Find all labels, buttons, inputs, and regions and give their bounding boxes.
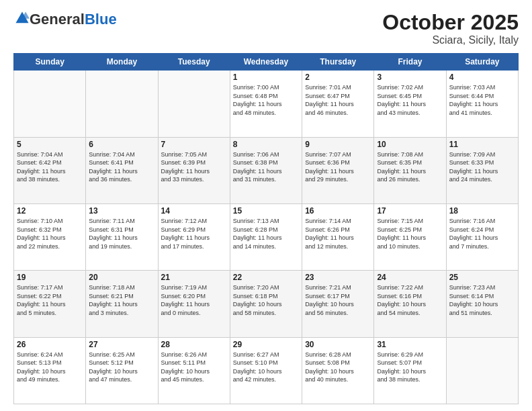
day-info: Sunrise: 7:04 AM Sunset: 6:42 PM Dayligh… (17, 150, 83, 184)
day-number: 22 (233, 273, 299, 282)
day-number: 9 (305, 140, 371, 149)
day-number: 4 (449, 73, 515, 82)
day-number: 5 (17, 140, 83, 149)
calendar-week-row: 12Sunrise: 7:10 AM Sunset: 6:32 PM Dayli… (14, 203, 519, 270)
col-friday: Friday (374, 54, 446, 71)
day-number: 11 (449, 140, 515, 149)
day-number: 2 (305, 73, 371, 82)
day-number: 15 (233, 206, 299, 216)
day-info: Sunrise: 7:19 AM Sunset: 6:20 PM Dayligh… (161, 283, 227, 317)
day-info: Sunrise: 7:17 AM Sunset: 6:22 PM Dayligh… (17, 283, 83, 317)
day-number: 1 (233, 73, 299, 82)
table-row: 25Sunrise: 7:23 AM Sunset: 6:14 PM Dayli… (446, 271, 518, 337)
table-row: 29Sunrise: 6:27 AM Sunset: 5:10 PM Dayli… (230, 337, 302, 404)
month-title: October 2025 (382, 11, 519, 34)
day-info: Sunrise: 6:27 AM Sunset: 5:10 PM Dayligh… (233, 351, 299, 384)
table-row: 31Sunrise: 6:29 AM Sunset: 5:07 PM Dayli… (374, 337, 446, 404)
table-row: 6Sunrise: 7:04 AM Sunset: 6:41 PM Daylig… (86, 137, 158, 203)
day-info: Sunrise: 7:03 AM Sunset: 6:44 PM Dayligh… (449, 83, 515, 117)
day-number: 20 (89, 273, 154, 282)
day-number: 23 (305, 273, 371, 282)
table-row: 1Sunrise: 7:00 AM Sunset: 6:48 PM Daylig… (230, 71, 302, 137)
table-row: 4Sunrise: 7:03 AM Sunset: 6:44 PM Daylig… (446, 71, 518, 137)
day-number: 7 (161, 140, 227, 149)
day-number: 30 (305, 340, 371, 349)
day-info: Sunrise: 7:20 AM Sunset: 6:18 PM Dayligh… (233, 283, 299, 317)
day-info: Sunrise: 6:28 AM Sunset: 5:08 PM Dayligh… (305, 351, 371, 384)
table-row: 3Sunrise: 7:02 AM Sunset: 6:45 PM Daylig… (374, 71, 446, 137)
table-row: 12Sunrise: 7:10 AM Sunset: 6:32 PM Dayli… (14, 203, 86, 270)
table-row: 23Sunrise: 7:21 AM Sunset: 6:17 PM Dayli… (302, 271, 374, 337)
day-info: Sunrise: 7:22 AM Sunset: 6:16 PM Dayligh… (377, 283, 443, 317)
day-info: Sunrise: 7:10 AM Sunset: 6:32 PM Dayligh… (17, 217, 83, 250)
day-number: 31 (377, 340, 443, 349)
calendar-week-row: 1Sunrise: 7:00 AM Sunset: 6:48 PM Daylig… (14, 71, 519, 137)
table-row (446, 337, 518, 404)
logo: GeneralBlue (13, 11, 117, 28)
table-row: 30Sunrise: 6:28 AM Sunset: 5:08 PM Dayli… (302, 337, 374, 404)
day-info: Sunrise: 7:18 AM Sunset: 6:21 PM Dayligh… (89, 283, 154, 317)
table-row: 7Sunrise: 7:05 AM Sunset: 6:39 PM Daylig… (158, 137, 230, 203)
day-number: 10 (377, 140, 443, 149)
logo-general: General (30, 11, 85, 28)
day-number: 16 (305, 206, 371, 216)
calendar-week-row: 26Sunrise: 6:24 AM Sunset: 5:13 PM Dayli… (14, 337, 519, 404)
day-info: Sunrise: 7:02 AM Sunset: 6:45 PM Dayligh… (377, 83, 443, 117)
day-number: 25 (449, 273, 515, 282)
table-row: 8Sunrise: 7:06 AM Sunset: 6:38 PM Daylig… (230, 137, 302, 203)
calendar-body: 1Sunrise: 7:00 AM Sunset: 6:48 PM Daylig… (14, 71, 519, 404)
table-row: 22Sunrise: 7:20 AM Sunset: 6:18 PM Dayli… (230, 271, 302, 337)
day-info: Sunrise: 6:24 AM Sunset: 5:13 PM Dayligh… (17, 351, 83, 384)
calendar: Sunday Monday Tuesday Wednesday Thursday… (13, 53, 519, 404)
table-row: 10Sunrise: 7:08 AM Sunset: 6:35 PM Dayli… (374, 137, 446, 203)
calendar-header-row: Sunday Monday Tuesday Wednesday Thursday… (14, 54, 519, 71)
day-info: Sunrise: 7:09 AM Sunset: 6:33 PM Dayligh… (449, 150, 515, 184)
location-title: Sciara, Sicily, Italy (382, 34, 519, 46)
day-info: Sunrise: 7:14 AM Sunset: 6:26 PM Dayligh… (305, 217, 371, 250)
col-wednesday: Wednesday (230, 54, 302, 71)
day-number: 29 (233, 340, 299, 349)
day-info: Sunrise: 6:25 AM Sunset: 5:12 PM Dayligh… (89, 351, 154, 384)
day-info: Sunrise: 7:23 AM Sunset: 6:14 PM Dayligh… (449, 283, 515, 317)
day-number: 19 (17, 273, 83, 282)
day-number: 24 (377, 273, 443, 282)
logo-text: GeneralBlue (30, 12, 117, 27)
day-info: Sunrise: 7:15 AM Sunset: 6:25 PM Dayligh… (377, 217, 443, 250)
table-row: 13Sunrise: 7:11 AM Sunset: 6:31 PM Dayli… (86, 203, 158, 270)
day-number: 18 (449, 206, 515, 216)
day-info: Sunrise: 7:13 AM Sunset: 6:28 PM Dayligh… (233, 217, 299, 250)
calendar-week-row: 5Sunrise: 7:04 AM Sunset: 6:42 PM Daylig… (14, 137, 519, 203)
table-row: 21Sunrise: 7:19 AM Sunset: 6:20 PM Dayli… (158, 271, 230, 337)
col-monday: Monday (86, 54, 158, 71)
table-row: 14Sunrise: 7:12 AM Sunset: 6:29 PM Dayli… (158, 203, 230, 270)
day-number: 26 (17, 340, 83, 349)
day-info: Sunrise: 7:16 AM Sunset: 6:24 PM Dayligh… (449, 217, 515, 250)
table-row: 18Sunrise: 7:16 AM Sunset: 6:24 PM Dayli… (446, 203, 518, 270)
table-row: 17Sunrise: 7:15 AM Sunset: 6:25 PM Dayli… (374, 203, 446, 270)
day-info: Sunrise: 7:05 AM Sunset: 6:39 PM Dayligh… (161, 150, 227, 184)
table-row (86, 71, 158, 137)
table-row: 27Sunrise: 6:25 AM Sunset: 5:12 PM Dayli… (86, 337, 158, 404)
table-row: 19Sunrise: 7:17 AM Sunset: 6:22 PM Dayli… (14, 271, 86, 337)
day-info: Sunrise: 7:21 AM Sunset: 6:17 PM Dayligh… (305, 283, 371, 317)
table-row: 15Sunrise: 7:13 AM Sunset: 6:28 PM Dayli… (230, 203, 302, 270)
header: GeneralBlue October 2025 Sciara, Sicily,… (13, 11, 519, 46)
day-number: 12 (17, 206, 83, 216)
day-info: Sunrise: 7:00 AM Sunset: 6:48 PM Dayligh… (233, 83, 299, 117)
day-number: 8 (233, 140, 299, 149)
table-row: 26Sunrise: 6:24 AM Sunset: 5:13 PM Dayli… (14, 337, 86, 404)
logo-icon (15, 11, 30, 26)
day-number: 27 (89, 340, 154, 349)
day-number: 14 (161, 206, 227, 216)
logo-blue: Blue (85, 11, 117, 28)
table-row (158, 71, 230, 137)
day-info: Sunrise: 7:01 AM Sunset: 6:47 PM Dayligh… (305, 83, 371, 117)
day-number: 13 (89, 206, 154, 216)
page: GeneralBlue October 2025 Sciara, Sicily,… (0, 0, 532, 411)
day-info: Sunrise: 6:29 AM Sunset: 5:07 PM Dayligh… (377, 351, 443, 384)
day-info: Sunrise: 6:26 AM Sunset: 5:11 PM Dayligh… (161, 351, 227, 384)
table-row: 16Sunrise: 7:14 AM Sunset: 6:26 PM Dayli… (302, 203, 374, 270)
day-info: Sunrise: 7:11 AM Sunset: 6:31 PM Dayligh… (89, 217, 154, 250)
day-info: Sunrise: 7:07 AM Sunset: 6:36 PM Dayligh… (305, 150, 371, 184)
day-info: Sunrise: 7:06 AM Sunset: 6:38 PM Dayligh… (233, 150, 299, 184)
